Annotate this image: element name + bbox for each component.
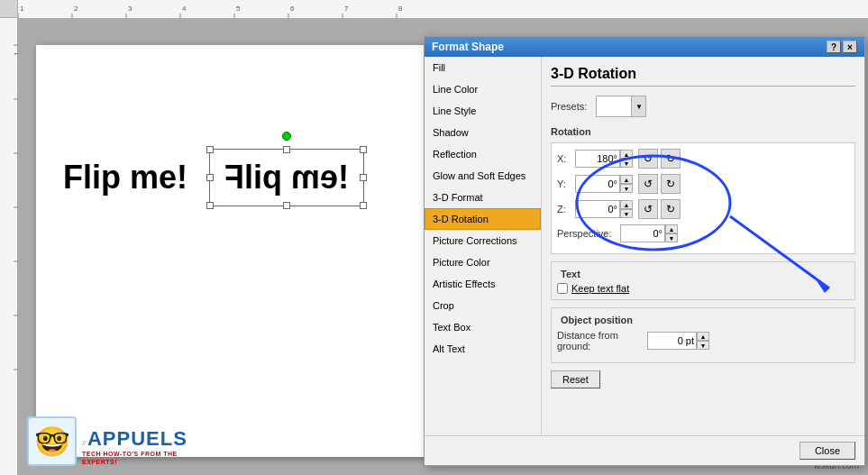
handle-br[interactable]: [360, 202, 367, 209]
horizontal-ruler: 1 2 3 4 5 6 7 8: [18, 0, 868, 18]
y-spin-buttons: ▲ ▼: [620, 175, 633, 193]
reset-button[interactable]: Reset: [551, 370, 600, 388]
distance-input[interactable]: [647, 332, 697, 350]
keep-text-flat-checkbox[interactable]: [557, 283, 568, 294]
x-spin-buttons: ▲ ▼: [620, 150, 633, 168]
object-position-section: Object position Distance from ground: ▲ …: [551, 307, 855, 363]
z-rotate-cw-btn[interactable]: ↻: [661, 199, 681, 219]
x-spin-up[interactable]: ▲: [620, 150, 633, 159]
y-spin-down[interactable]: ▼: [620, 184, 633, 193]
z-rotation-input[interactable]: [575, 200, 620, 218]
dialog-body: Fill Line Color Line Style Shadow Reflec…: [425, 57, 864, 435]
x-rotate-cw-btn[interactable]: ↻: [661, 149, 681, 169]
y-label: Y:: [557, 178, 575, 189]
svg-text:6: 6: [290, 5, 295, 13]
y-spin-wrap: ▲ ▼: [575, 175, 633, 193]
sidebar-item-crop[interactable]: Crop: [425, 295, 541, 316]
logo-name: APPUELS: [87, 427, 187, 451]
close-button[interactable]: Close: [799, 442, 855, 460]
z-spin-up[interactable]: ▲: [620, 200, 633, 209]
close-x-button[interactable]: ×: [843, 41, 857, 53]
object-position-label: Object position: [557, 315, 636, 325]
logo-tagline: TECH HOW-TO'S FROM THE EXPERTS!: [82, 451, 190, 466]
y-spin-up[interactable]: ▲: [620, 175, 633, 184]
presets-control: ▼: [596, 96, 646, 117]
panel-title: 3-D Rotation: [551, 66, 855, 87]
dialog-title-buttons: ? ×: [827, 41, 857, 53]
distance-label: Distance from ground:: [557, 330, 647, 352]
handle-bl[interactable]: [206, 202, 214, 209]
vertical-ruler: 1: [0, 18, 18, 475]
y-rotate-cw-btn[interactable]: ↻: [661, 174, 681, 194]
logo-area: 🤓 // APPUELS TECH HOW-TO'S FROM THE EXPE…: [27, 416, 190, 466]
handle-tl[interactable]: [206, 146, 214, 153]
handle-tc[interactable]: [283, 146, 290, 153]
distance-spin-wrap: ▲ ▼: [647, 332, 709, 350]
z-spin-down[interactable]: ▼: [620, 209, 633, 218]
sidebar-item-glow-soft[interactable]: Glow and Soft Edges: [425, 165, 541, 187]
x-rotation-input[interactable]: [575, 150, 620, 168]
dialog-titlebar: Format Shape ? ×: [425, 37, 864, 57]
svg-text:1: 1: [20, 5, 24, 13]
presets-row: Presets: ▼: [551, 96, 855, 117]
distance-spin-buttons: ▲ ▼: [697, 332, 709, 350]
help-button[interactable]: ?: [827, 41, 841, 53]
x-spin-down[interactable]: ▼: [620, 159, 633, 168]
sidebar-item-fill[interactable]: Fill: [425, 57, 541, 78]
sidebar-item-line-color[interactable]: Line Color: [425, 78, 541, 100]
sidebar-item-text-box[interactable]: Text Box: [425, 316, 541, 338]
perspective-row: Perspective: ▲ ▼: [557, 224, 849, 242]
y-rotate-ccw-btn[interactable]: ↺: [638, 174, 658, 194]
x-rotate-ccw-btn[interactable]: ↺: [638, 149, 658, 169]
sidebar-item-picture-color[interactable]: Picture Color: [425, 251, 541, 273]
sidebar-panel: Fill Line Color Line Style Shadow Reflec…: [425, 57, 542, 435]
distance-spin-down[interactable]: ▼: [697, 341, 709, 350]
x-rotation-row: X: ▲ ▼ ↺ ↻: [557, 149, 849, 169]
right-panel: 3-D Rotation Presets: ▼ Rotation X:: [542, 57, 864, 435]
z-rotation-row: Z: ▲ ▼ ↺ ↻: [557, 199, 849, 219]
svg-text:4: 4: [182, 5, 187, 13]
perspective-spin-down[interactable]: ▼: [665, 233, 678, 242]
ruler-top: 1 2 3 4 5 6 7 8: [0, 0, 868, 18]
z-label: Z:: [557, 204, 575, 215]
perspective-spin-buttons: ▲ ▼: [665, 224, 678, 242]
sidebar-item-artistic-effects[interactable]: Artistic Effects: [425, 273, 541, 295]
rotate-handle[interactable]: [282, 132, 291, 141]
presets-label: Presets:: [551, 101, 587, 112]
keep-text-flat-label: Keep text flat: [571, 283, 629, 294]
logo-mascot: 🤓: [27, 416, 77, 466]
y-rotation-row: Y: ▲ ▼ ↺ ↻: [557, 174, 849, 194]
x-label: X:: [557, 153, 575, 164]
svg-text:8: 8: [398, 5, 403, 13]
dialog-title: Format Shape: [432, 41, 504, 53]
handle-bc[interactable]: [283, 202, 290, 209]
perspective-spin-up[interactable]: ▲: [665, 224, 678, 233]
distance-spin-up[interactable]: ▲: [697, 332, 709, 341]
perspective-label: Perspective:: [557, 228, 620, 239]
presets-dropdown[interactable]: ▼: [632, 96, 646, 117]
handle-mr[interactable]: [360, 174, 367, 181]
svg-text:7: 7: [344, 5, 349, 13]
z-spin-buttons: ▲ ▼: [620, 200, 633, 218]
handle-ml[interactable]: [206, 174, 214, 181]
presets-button[interactable]: [596, 96, 632, 117]
x-spin-wrap: ▲ ▼: [575, 150, 633, 168]
handle-tr[interactable]: [360, 146, 367, 153]
distance-row: Distance from ground: ▲ ▼: [557, 330, 849, 352]
z-rotate-ccw-btn[interactable]: ↺: [638, 199, 658, 219]
ruler-corner: [0, 0, 18, 18]
sidebar-item-3d-format[interactable]: 3-D Format: [425, 187, 541, 208]
text-section: Text Keep text flat: [551, 261, 855, 300]
sidebar-item-shadow[interactable]: Shadow: [425, 122, 541, 143]
format-shape-dialog: Format Shape ? × Fill Line Color Line St…: [424, 36, 865, 466]
sidebar-item-alt-text[interactable]: Alt Text: [425, 338, 541, 360]
sidebar-item-3d-rotation[interactable]: 3-D Rotation: [425, 208, 541, 230]
sidebar-item-line-style[interactable]: Line Style: [425, 100, 541, 122]
perspective-input[interactable]: [620, 224, 665, 242]
rotation-group: X: ▲ ▼ ↺ ↻ Y:: [551, 142, 855, 254]
y-rotation-input[interactable]: [575, 175, 620, 193]
sidebar-item-reflection[interactable]: Reflection: [425, 143, 541, 165]
svg-text:2: 2: [74, 5, 78, 13]
flip-me-text: Flip me!: [63, 159, 187, 196]
sidebar-item-picture-corrections[interactable]: Picture Corrections: [425, 230, 541, 251]
